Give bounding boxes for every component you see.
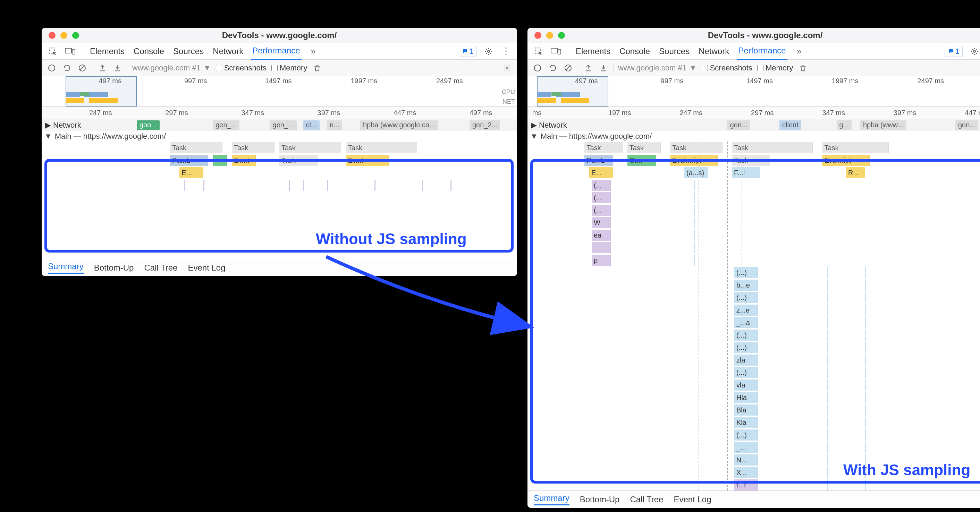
flame-block[interactable] [865,404,866,415]
flame-block[interactable]: b...e [734,280,758,291]
record-icon[interactable] [46,63,57,73]
net-req[interactable]: n... [327,120,342,130]
flame-block[interactable]: Pa...L [584,155,613,166]
flame-block[interactable]: Task [732,142,813,153]
flame-block[interactable] [184,180,185,191]
minimize-icon[interactable] [546,32,553,39]
tab-calltree[interactable]: Call Tree [144,263,177,273]
issues-badge[interactable]: 1 [945,46,963,57]
screenshots-checkbox[interactable]: Screenshots [216,64,267,73]
flame-block[interactable] [827,404,828,415]
flame-block[interactable] [827,417,828,428]
more-tabs-icon[interactable]: » [794,46,805,57]
flame-block[interactable] [213,155,227,166]
gear-icon[interactable] [483,46,494,57]
flame-block[interactable] [827,329,828,341]
flame-block[interactable]: Eval...ript [670,155,718,166]
maximize-icon[interactable] [72,32,79,39]
reload-icon[interactable] [547,63,558,73]
flame-block[interactable] [827,355,828,366]
flame-block[interactable]: _...a [734,317,758,328]
main-thread-header[interactable]: ▼ Main — https://www.google.com/ [41,131,517,142]
flame-block[interactable]: N... [734,455,758,466]
flame-block[interactable] [865,305,866,316]
tab-console[interactable]: Console [618,43,651,60]
flame-block[interactable]: Ev...t [346,155,389,166]
flame-chart-right[interactable]: TaskTaskTaskTaskTaskPa...LC...tEval...ri… [528,142,980,490]
memory-checkbox[interactable]: Memory [271,64,307,73]
flame-block[interactable]: Ev...t [232,155,256,166]
flame-block[interactable] [289,180,290,191]
download-icon[interactable] [113,63,123,73]
flame-block[interactable] [694,217,695,228]
flame-block[interactable] [827,267,828,278]
flame-block[interactable] [327,180,328,191]
tab-elements[interactable]: Elements [574,43,612,60]
flame-block[interactable]: Task [670,142,722,153]
network-track[interactable]: ▶ Network goo... gen_... gen_... cl... n… [41,119,517,131]
flame-block[interactable] [827,429,828,440]
tab-network[interactable]: Network [697,43,730,60]
gc-icon[interactable] [798,63,808,73]
flame-block[interactable]: (...) [734,367,758,378]
flame-block[interactable]: C...t [627,155,656,166]
tab-elements[interactable]: Elements [89,43,126,60]
flame-block[interactable]: (... [592,180,611,191]
kebab-icon[interactable]: ⋮ [500,46,512,57]
device-icon[interactable] [65,46,76,57]
reload-icon[interactable] [62,63,72,73]
tab-network[interactable]: Network [212,43,245,60]
flame-block[interactable]: Task [732,155,770,166]
flame-block[interactable] [374,180,375,191]
tab-calltree[interactable]: Call Tree [630,495,663,504]
flame-block[interactable] [865,392,866,403]
flame-block[interactable]: z...e [734,305,758,316]
ruler[interactable]: ms 197 ms 247 ms 297 ms 347 ms 397 ms 44… [528,107,980,119]
session-select[interactable]: www.google.com #1 ▼ [614,64,697,73]
close-icon[interactable] [49,32,56,39]
titlebar[interactable]: DevTools - www.google.com/ [41,28,517,43]
flame-block[interactable] [827,392,828,403]
flame-block[interactable] [865,380,866,391]
tab-console[interactable]: Console [132,43,165,60]
flame-block[interactable] [827,442,828,453]
flame-block[interactable]: W [592,217,611,228]
flame-block[interactable]: Eval...ipt [822,155,870,166]
flame-block[interactable] [694,254,695,266]
flame-block[interactable] [865,342,866,353]
flame-block[interactable]: Task [627,142,661,153]
flame-block[interactable] [694,230,695,241]
flame-block[interactable]: ea [592,230,611,241]
net-req[interactable]: cl... [303,120,320,130]
overview-timeline[interactable]: 497 ms 997 ms 1497 ms 1997 ms 2497 ms CP… [528,76,980,107]
flame-block[interactable] [694,205,695,216]
net-req[interactable]: gen... [955,120,978,130]
flame-block[interactable] [865,367,866,378]
net-req[interactable]: gen... [727,120,750,130]
net-req[interactable]: gen_... [270,120,297,130]
flame-block[interactable] [303,180,304,191]
device-icon[interactable] [550,46,562,57]
clear-icon[interactable] [77,63,88,73]
flame-block[interactable] [694,242,695,253]
maximize-icon[interactable] [558,32,565,39]
issues-badge[interactable]: 1 [459,46,477,57]
flame-block[interactable]: Task [584,142,622,153]
flame-block[interactable]: Hla [734,392,758,403]
gc-icon[interactable] [312,63,322,73]
flame-block[interactable] [865,479,866,490]
flame-block[interactable]: Task [170,142,223,153]
flame-block[interactable]: (...) [734,292,758,303]
flame-block[interactable] [204,180,204,191]
expand-icon[interactable]: ▼ [45,132,52,141]
flame-block[interactable]: t...r [734,479,758,490]
flame-block[interactable]: (... [592,205,611,216]
clear-icon[interactable] [563,63,573,73]
net-req[interactable]: hpba (www.google.co... [360,120,438,130]
flame-block[interactable] [827,367,828,378]
flame-block[interactable] [865,280,866,291]
flame-block[interactable]: Pa...L [170,155,208,166]
flame-block[interactable] [827,380,828,391]
flame-block[interactable] [422,180,423,191]
network-track[interactable]: ▶ Network gen... client g... hpba (www..… [528,119,980,131]
